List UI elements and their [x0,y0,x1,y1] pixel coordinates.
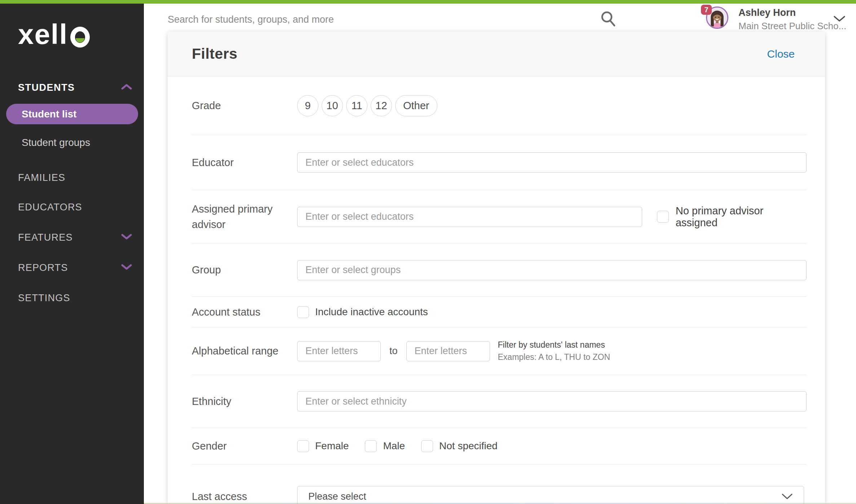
group-input[interactable] [297,260,807,280]
sidebar: xell STUDENTS Student list Student group… [0,4,144,504]
page-title: Filters [192,45,238,62]
gender-not-specified-label: Not specified [439,440,498,452]
sidebar-item-label: Student list [22,108,76,120]
sidebar-item-educators[interactable]: EDUCATORS [18,202,82,213]
grade-10-button[interactable]: 10 [322,95,343,116]
gender-female-group: Female [297,440,349,452]
filter-row-advisor: Assigned primary advisor No primary advi… [192,190,807,244]
filter-row-educator: Educator [192,135,807,190]
last-access-select[interactable]: Please select [297,486,804,504]
inactive-accounts-checkbox-label: Include inactive accounts [315,306,428,318]
ethnicity-input[interactable] [297,391,807,411]
sidebar-item-student-list[interactable]: Student list [6,104,138,124]
close-button[interactable]: Close [767,48,795,60]
grade-other-button[interactable]: Other [395,95,437,116]
ethnicity-label: Ethnicity [192,394,297,409]
xello-logo[interactable]: xell [18,20,90,48]
educator-label: Educator [192,155,297,170]
sidebar-item-reports[interactable]: REPORTS [18,262,68,273]
filter-row-last-access: Last access Please select [192,464,807,504]
grade-12-button[interactable]: 12 [371,95,392,116]
search-icon[interactable] [600,10,617,28]
range-helper-text: Filter by students' last names Examples:… [498,340,610,362]
filter-row-grade: Grade 9 10 11 12 Other [192,76,807,135]
advisor-input[interactable] [297,207,642,227]
gender-not-specified-checkbox[interactable] [421,440,433,452]
sidebar-item-features[interactable]: FEATURES [18,232,73,243]
grade-label: Grade [192,98,297,113]
alphabetical-range-label: Alphabetical range [192,343,297,358]
filter-row-group: Group [192,244,807,297]
last-access-select-value: Please select [308,491,366,502]
sidebar-item-students[interactable]: STUDENTS [18,82,75,93]
gender-male-label: Male [383,440,405,452]
range-helper-example: Examples: A to L, THU to ZON [498,352,610,362]
gender-not-specified-group: Not specified [421,440,498,452]
filter-row-ethnicity: Ethnicity [192,375,807,428]
sidebar-item-settings[interactable]: SETTINGS [18,293,70,304]
gender-female-label: Female [315,440,349,452]
chevron-down-icon[interactable] [121,264,132,270]
user-name[interactable]: Ashley Horn [738,7,796,18]
range-to-word: to [389,345,398,357]
grade-options: 9 10 11 12 Other [297,95,437,116]
no-advisor-checkbox-label: No primary advisor assigned [676,205,807,229]
group-label: Group [192,262,297,277]
educator-input[interactable] [297,152,807,173]
notification-badge[interactable]: 7 [701,5,712,15]
gender-male-checkbox[interactable] [365,440,377,452]
account-status-label: Account status [192,304,297,320]
search-input[interactable] [168,12,582,27]
chevron-down-icon[interactable] [833,15,846,22]
advisor-label: Assigned primary advisor [192,201,297,232]
filters-panel-header: Filters Close [168,32,825,76]
grade-9-button[interactable]: 9 [297,95,318,116]
sidebar-item-families[interactable]: FAMILIES [18,172,65,183]
filter-row-account-status: Account status Include inactive accounts [192,297,807,327]
range-to-input[interactable] [406,341,490,361]
filter-row-alphabetical-range: Alphabetical range to Filter by students… [192,327,807,375]
grade-11-button[interactable]: 11 [346,95,367,116]
gender-label: Gender [192,438,297,454]
filter-row-gender: Gender Female Male Not specified [192,428,807,464]
range-from-input[interactable] [297,341,381,361]
gender-male-group: Male [365,440,405,452]
no-advisor-check-group: No primary advisor assigned [657,205,807,229]
chevron-down-icon[interactable] [121,233,132,240]
brand-accent-strip [0,0,856,4]
sidebar-item-student-groups[interactable]: Student groups [22,137,90,148]
chevron-down-icon [781,493,793,500]
user-school: Main Street Public Scho... [738,21,846,32]
gender-female-checkbox[interactable] [297,440,309,452]
filters-panel: Filters Close Grade 9 10 11 12 Other Edu… [168,32,825,504]
logo-o-smile-icon [70,27,90,48]
range-helper-title: Filter by students' last names [498,340,610,350]
inactive-accounts-checkbox[interactable] [297,306,309,318]
no-advisor-checkbox[interactable] [657,211,669,223]
last-access-label: Last access [192,489,297,504]
logo-text: xell [18,20,68,48]
chevron-up-icon[interactable] [121,84,132,90]
